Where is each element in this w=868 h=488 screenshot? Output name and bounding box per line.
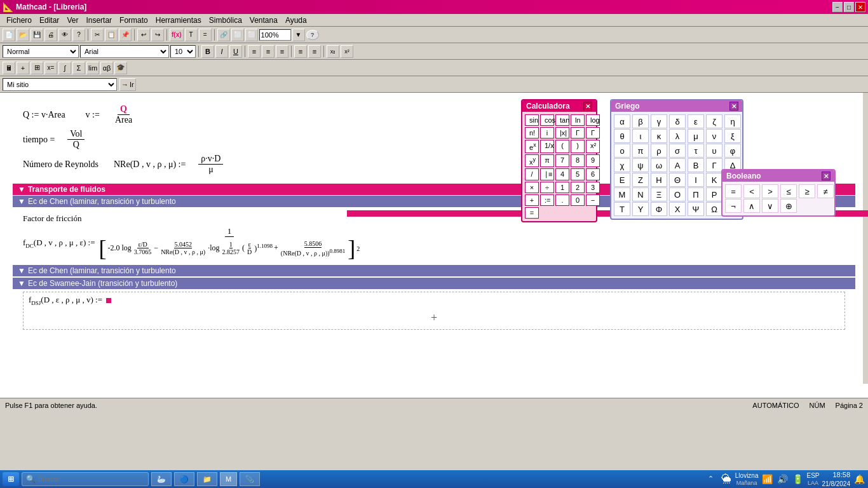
scrollbar-right[interactable] (863, 93, 868, 384)
plus-btn[interactable]: + (17, 62, 29, 74)
greek-Epsilon[interactable]: Ε (614, 173, 630, 187)
bool-gte[interactable]: ≥ (799, 184, 815, 198)
font-select[interactable]: Arial (80, 45, 169, 58)
calc-mul[interactable]: × (525, 182, 539, 193)
calc-5[interactable]: 5 (571, 168, 585, 180)
greek-beta[interactable]: β (632, 114, 649, 128)
xeq-btn[interactable]: x= (44, 62, 57, 74)
menu-ayuda[interactable]: Ayuda (281, 15, 311, 26)
greek-omega-l[interactable]: ω (651, 158, 667, 172)
print-button[interactable]: 🖨 (44, 29, 57, 41)
calc-assign[interactable]: := (540, 194, 554, 206)
taskbar-folder[interactable]: 📁 (197, 472, 217, 486)
bool-and[interactable]: ∧ (743, 199, 760, 213)
calc-cos[interactable]: cos (540, 114, 554, 126)
calc-3[interactable]: 3 (586, 182, 600, 193)
calc-abs[interactable]: |x| (555, 127, 569, 139)
greek-Pi[interactable]: Π (688, 187, 704, 201)
calc-pi[interactable]: π (540, 154, 554, 168)
greek-delta-l[interactable]: δ (669, 114, 686, 128)
style-select[interactable]: Normal (3, 45, 79, 58)
calc-plus[interactable]: + (525, 194, 539, 206)
menu-editar[interactable]: Editar (36, 15, 63, 26)
greek-theta-l[interactable]: θ (614, 129, 630, 143)
superscript-button[interactable]: x² (341, 45, 353, 58)
menu-ver[interactable]: Ver (63, 15, 82, 26)
greek-omicron[interactable]: ο (614, 144, 630, 158)
embed-button[interactable]: ⬜ (231, 29, 244, 41)
calc-gamma2[interactable]: Γ (586, 127, 600, 139)
address-input[interactable]: Mi sitio (3, 78, 117, 91)
sigma-btn[interactable]: Σ (72, 62, 85, 74)
calc-7[interactable]: 7 (555, 154, 569, 168)
link-button[interactable]: 🔗 (217, 29, 230, 41)
greek-close[interactable]: ✕ (729, 102, 738, 111)
numbered-list[interactable]: ≡ (308, 45, 321, 58)
greek-Nu[interactable]: Ν (632, 187, 649, 201)
greek-tau[interactable]: τ (688, 144, 704, 158)
calc-i[interactable]: i (540, 127, 554, 139)
size-select[interactable]: 10 (170, 45, 196, 58)
greek-chi[interactable]: χ (614, 158, 630, 172)
subscript-button[interactable]: x₂ (327, 45, 339, 58)
calc-fact[interactable]: n! (525, 127, 539, 139)
greek-Omega[interactable]: Ω (706, 202, 722, 216)
greek-Beta[interactable]: Β (688, 158, 704, 172)
calc-dot[interactable]: . (555, 194, 569, 206)
calc-2[interactable]: 2 (571, 182, 585, 193)
calc-divide2[interactable]: ÷ (540, 182, 554, 193)
chevron-up-icon[interactable]: ⌃ (705, 473, 717, 485)
align-left[interactable]: ≡ (248, 45, 261, 58)
align-center[interactable]: ≡ (262, 45, 275, 58)
calc-gamma1[interactable]: Γ (571, 127, 585, 139)
greek-Alpha[interactable]: Α (669, 158, 686, 172)
bold-button[interactable]: B (201, 45, 214, 58)
calculator-close[interactable]: ✕ (583, 102, 592, 111)
undo-button[interactable]: ↩ (137, 29, 150, 41)
taskbar-app5[interactable]: 📎 (240, 472, 260, 486)
clock[interactable]: 18:58 21/8/2024 (822, 470, 851, 487)
calc-close[interactable]: ) (571, 140, 585, 153)
insert-text[interactable]: T (185, 29, 198, 41)
bool-neq[interactable]: ≠ (817, 184, 834, 198)
calc-log[interactable]: log (586, 114, 600, 126)
zoom-dropdown[interactable]: ▼ (292, 29, 305, 41)
calc-tan[interactable]: tan (555, 114, 569, 126)
alpha-btn[interactable]: αβ (100, 62, 113, 74)
greek-phi-l[interactable]: φ (724, 144, 741, 158)
greek-Phi[interactable]: Φ (651, 202, 667, 216)
calc-minus[interactable]: − (586, 194, 600, 206)
close-button[interactable]: ✕ (855, 2, 865, 12)
calc-bar[interactable]: ∣≡ (540, 168, 554, 180)
bool-lte[interactable]: ≤ (780, 184, 797, 198)
bullet-list[interactable]: ≡ (294, 45, 307, 58)
zoom-button[interactable]: ⬜ (245, 29, 258, 41)
greek-kappa[interactable]: κ (651, 129, 667, 143)
insert-math[interactable]: f(x) (170, 29, 184, 41)
calc-open[interactable]: ( (555, 140, 569, 153)
language-info[interactable]: ESP LAA (806, 471, 819, 487)
greek-Theta[interactable]: Θ (669, 173, 686, 187)
greek-Gamma[interactable]: Γ (706, 158, 722, 172)
italic-button[interactable]: I (215, 45, 228, 58)
greek-Upsilon[interactable]: Υ (632, 202, 649, 216)
go-button[interactable]: →Ir (119, 78, 136, 91)
insert-component[interactable]: = (199, 29, 212, 41)
calc-4[interactable]: 4 (555, 168, 569, 180)
calc-pow[interactable]: xy (525, 154, 539, 168)
notification-icon[interactable]: 🔔 (853, 473, 865, 485)
greek-epsilon[interactable]: ε (688, 114, 704, 128)
minimize-button[interactable]: − (832, 2, 843, 12)
greek-nu[interactable]: ν (706, 129, 722, 143)
swamee-header[interactable]: ▼ Ec de Swamee-Jain (transición y turbul… (13, 278, 855, 289)
bool-neg[interactable]: ¬ (725, 199, 742, 213)
calc-sin[interactable]: sin (525, 114, 539, 126)
greek-Kappa[interactable]: Κ (706, 173, 722, 187)
greek-pi-l[interactable]: π (632, 144, 649, 158)
greek-Chi[interactable]: Χ (669, 202, 686, 216)
calc-div[interactable]: / (525, 168, 539, 180)
network-icon[interactable]: 📶 (761, 473, 773, 485)
save-button[interactable]: 💾 (31, 29, 43, 41)
open-button[interactable]: 📂 (17, 29, 29, 41)
bool-gt[interactable]: > (762, 184, 778, 198)
